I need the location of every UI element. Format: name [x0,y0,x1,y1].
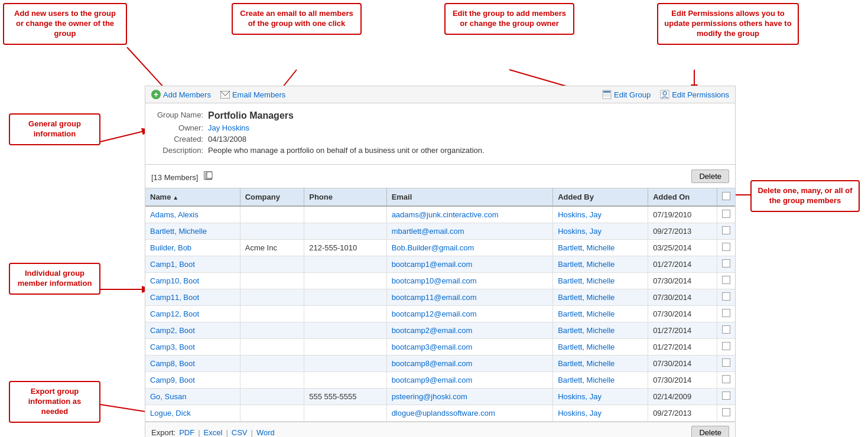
group-name-value: Portfolio Managers [208,110,294,121]
member-added-on: 07/19/2010 [648,206,717,223]
member-name: Camp8, Boot [145,356,240,372]
svg-rect-11 [603,91,610,93]
table-row: Camp8, Boot bootcamp8@email.com Bartlett… [145,356,735,372]
col-added-by[interactable]: Added By [553,188,648,206]
member-phone [304,405,386,422]
member-added-by: Bartlett, Michelle [553,289,648,306]
member-company [240,206,304,223]
member-added-on: 03/25/2014 [648,240,717,256]
member-company: Acme Inc [240,240,304,256]
member-checkbox-cell [717,322,736,339]
member-added-by: Hoskins, Jay [553,206,648,223]
member-name: Camp3, Boot [145,339,240,356]
col-name[interactable]: Name [145,188,240,206]
edit-permissions-button[interactable]: Edit Permissions [660,90,729,99]
member-added-by: Bartlett, Michelle [553,240,648,256]
members-count: [13 Members] [151,173,198,182]
member-email: bootcamp8@email.com [386,356,553,372]
select-all-checkbox[interactable] [722,192,730,200]
member-checkbox[interactable] [722,243,730,251]
export-csv-link[interactable]: CSV [232,428,248,437]
member-checkbox[interactable] [722,408,730,416]
delete-top-button[interactable]: Delete [691,169,729,183]
member-added-by: Bartlett, Michelle [553,256,648,273]
member-company [240,405,304,422]
group-created-row: Created: 04/13/2008 [155,135,726,144]
member-checkbox[interactable] [722,342,730,350]
email-members-button[interactable]: Email Members [220,90,285,99]
member-added-on: 01/27/2014 [648,256,717,273]
table-row: Go, Susan 555 555-5555 psteering@jhoski.… [145,389,735,405]
member-checkbox-cell [717,240,736,256]
add-members-button[interactable]: + Add Members [151,90,211,99]
member-checkbox[interactable] [722,392,730,400]
member-name: Adams, Alexis [145,206,240,223]
group-owner-label: Owner: [155,123,208,132]
export-excel-link[interactable]: Excel [204,428,223,437]
member-email: bootcamp10@email.com [386,273,553,289]
member-added-by: Bartlett, Michelle [553,273,648,289]
col-email[interactable]: Email [386,188,553,206]
toolbar-right: Edit Group Edit Permissions [602,90,729,99]
col-phone[interactable]: Phone [304,188,386,206]
col-checkbox[interactable] [717,188,736,206]
member-checkbox[interactable] [722,276,730,284]
edit-group-button[interactable]: Edit Group [602,90,651,99]
member-phone [304,273,386,289]
member-checkbox[interactable] [722,375,730,383]
export-links: Export: PDF | Excel | CSV | Word [151,428,275,437]
delete-bottom-button[interactable]: Delete [691,426,729,437]
member-email: Bob.Builder@gmail.com [386,240,553,256]
member-company [240,306,304,322]
member-checkbox-cell [717,289,736,306]
member-added-by: Bartlett, Michelle [553,306,648,322]
group-owner-value[interactable]: Jay Hoskins [208,123,249,132]
group-desc-row: Description: People who manage a portfol… [155,146,726,155]
table-row: Logue, Dick dlogue@uplandssoftware.com H… [145,405,735,422]
table-row: Camp1, Boot bootcamp1@email.com Bartlett… [145,256,735,273]
member-added-by: Hoskins, Jay [553,223,648,240]
member-checkbox[interactable] [722,259,730,268]
member-checkbox[interactable] [722,358,730,367]
member-email: dlogue@uplandssoftware.com [386,405,553,422]
add-members-icon: + [151,90,161,99]
export-word-link[interactable]: Word [256,428,275,437]
member-checkbox-cell [717,206,736,223]
table-row: Camp11, Boot bootcamp11@email.com Bartle… [145,289,735,306]
member-name: Logue, Dick [145,405,240,422]
member-added-on: 07/30/2014 [648,356,717,372]
member-added-by: Bartlett, Michelle [553,372,648,389]
export-pdf-link[interactable]: PDF [179,428,194,437]
member-added-by: Bartlett, Michelle [553,339,648,356]
member-name: Camp2, Boot [145,322,240,339]
member-company [240,256,304,273]
col-company[interactable]: Company [240,188,304,206]
members-table: Name Company Phone Email Added By Added … [145,188,735,422]
callout-delete-members: Delete one, many, or all of the group me… [750,180,860,212]
member-checkbox-cell [717,339,736,356]
member-checkbox[interactable] [722,309,730,317]
member-checkbox[interactable] [722,210,730,218]
member-added-by: Bartlett, Michelle [553,356,648,372]
member-checkbox[interactable] [722,292,730,301]
member-added-on: 07/30/2014 [648,273,717,289]
table-header-row: Name Company Phone Email Added By Added … [145,188,735,206]
col-added-on[interactable]: Added On [648,188,717,206]
member-email: bootcamp12@email.com [386,306,553,322]
edit-group-icon [602,90,612,99]
member-company [240,273,304,289]
member-checkbox-cell [717,223,736,240]
member-name: Camp12, Boot [145,306,240,322]
member-checkbox[interactable] [722,226,730,234]
member-checkbox[interactable] [722,325,730,334]
copy-icon[interactable] [204,171,212,180]
callout-export-info: Export group information as needed [9,381,100,423]
member-name: Camp9, Boot [145,372,240,389]
export-label: Export: [151,428,175,437]
member-email: aadams@junk.cinteractive.com [386,206,553,223]
member-checkbox-cell [717,273,736,289]
table-row: Camp10, Boot bootcamp10@email.com Bartle… [145,273,735,289]
toolbar: + Add Members Email Members [145,86,735,103]
group-name-row: Group Name: Portfolio Managers [155,110,726,121]
member-email: bootcamp11@email.com [386,289,553,306]
